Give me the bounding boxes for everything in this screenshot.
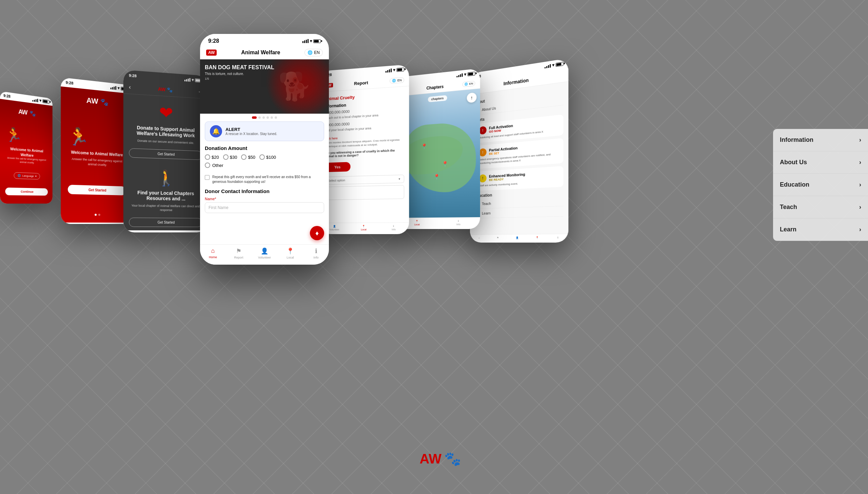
- teach-label: Teach: [482, 202, 491, 206]
- phone-center-left: 9:28 ▾ ‹ AW 🐾 •••: [123, 70, 208, 232]
- splash-run-icon: 🏃: [5, 126, 48, 146]
- info-icon: ℹ: [315, 247, 317, 255]
- report-dropdown[interactable]: Select option ▾: [324, 174, 404, 185]
- phone-center-right: 9:28 ▾ AW Report 🌐 EN: [320, 64, 409, 234]
- main-logo: AW: [206, 50, 217, 56]
- info-screen-title: Information: [504, 77, 529, 86]
- find-local-get-started[interactable]: Get Started: [129, 217, 202, 227]
- chapters-label: chapters: [428, 95, 447, 102]
- nav-menu-information[interactable]: Information ›: [773, 129, 868, 151]
- find-local-title: Find your Local Chapters Resources and .…: [129, 189, 202, 202]
- nav-menu-about-us[interactable]: About Us ›: [773, 151, 868, 174]
- phone-main: 9:28 ▾ AW Animal Welfare 🌐 EN: [200, 34, 329, 265]
- scroll-up-button[interactable]: ↑: [467, 92, 477, 103]
- donate-title: Donate to Support Animal Welfare's Lifes…: [129, 125, 202, 139]
- report-input[interactable]: [324, 185, 404, 200]
- back-arrow[interactable]: ‹: [129, 84, 131, 91]
- amount-20[interactable]: $20: [205, 154, 219, 160]
- signal-far-left: [32, 97, 38, 102]
- get-started-left[interactable]: Get Started: [68, 185, 126, 195]
- info-nav-home[interactable]: ⌂: [470, 236, 488, 239]
- enhanced-dot: !: [479, 174, 487, 183]
- find-local-text: Your local chapter of Animal Welfare can…: [129, 203, 202, 213]
- donation-title: Donation Amount: [205, 145, 324, 151]
- repeat-gift-text: Repeat this gift every month and we'll r…: [212, 175, 324, 184]
- amount-other[interactable]: Other: [205, 163, 324, 168]
- info-nav-info[interactable]: ℹ: [547, 236, 568, 239]
- phone-far-right: 9:28 ▾ ✕ Information About: [470, 58, 568, 243]
- donation-amounts: $20 $30 $50 $100: [205, 154, 324, 160]
- fab-button[interactable]: ♦: [310, 226, 324, 240]
- volunteer-walk-icon: 🚶: [157, 169, 175, 187]
- amount-30[interactable]: $30: [223, 154, 237, 160]
- nav-home[interactable]: ⌂ Home: [200, 247, 226, 259]
- slide-dots-left: [95, 214, 100, 216]
- map-pin-3[interactable]: 📍: [433, 174, 440, 180]
- report-question: Are you witnessing a case of cruelty in …: [324, 148, 404, 158]
- first-name-input[interactable]: First Name: [205, 202, 324, 213]
- wifi-far-left: ▾: [39, 98, 41, 103]
- bottom-nav-main: ⌂ Home ⚑ Report 👤 Volunteer 📍 Local ℹ In…: [200, 244, 329, 265]
- donation-section: Donation Amount $20 $30 $50 $100: [200, 141, 329, 172]
- amount-100[interactable]: $100: [259, 154, 276, 160]
- map-pin-2[interactable]: 📍: [441, 161, 448, 168]
- alert-bell-icon: 🔔: [210, 125, 222, 137]
- phone-right: 9:28 ▾ AW Chapters 🌐 EN: [397, 68, 480, 229]
- info-nav-volunteer[interactable]: 👤: [507, 236, 527, 239]
- map-landmass-south: [405, 121, 476, 193]
- info-content: About 👤 About Us Alerts ! Full Activatio…: [470, 82, 568, 235]
- amount-50[interactable]: $50: [241, 154, 255, 160]
- report-nav-info[interactable]: ℹ Info: [379, 225, 409, 230]
- phone-far-left: 9:28 ▾ AW 🐾 🏃 Welcome to Animal Welfare: [0, 91, 53, 204]
- slide-counter: 1/6: [205, 77, 274, 80]
- map-content: chapters 📍 📍 📍 ↑: [397, 89, 480, 218]
- aw-badge: AW: [206, 50, 217, 56]
- report-title: Report: [354, 80, 368, 86]
- full-activation-dot: !: [479, 126, 487, 134]
- info-nav-report[interactable]: ⚑: [488, 236, 507, 239]
- nav-menu-teach[interactable]: Teach ›: [773, 196, 868, 218]
- continue-button[interactable]: Continue: [5, 187, 48, 195]
- time-main: 9:28: [208, 38, 219, 44]
- language-button[interactable]: 🌐 Language ▾: [14, 172, 40, 180]
- logo-aw-text: AW: [420, 451, 441, 467]
- map-nav-info[interactable]: ℹ Info: [437, 220, 480, 226]
- lang-selector-report[interactable]: 🌐 EN: [390, 77, 404, 84]
- info-screen: ✕ Information About 👤 About Us Alerts !: [470, 68, 568, 241]
- campaign-text: BAN DOG MEAT FESTIVAL This is torture, n…: [205, 64, 274, 80]
- nav-info[interactable]: ℹ Info: [303, 247, 329, 259]
- campaign-subtitle: This is torture, not culture.: [205, 72, 274, 76]
- lang-selector-map[interactable]: 🌐 EN: [462, 81, 475, 87]
- partial-activation-card: ! Partial Activation BE SET Select emerg…: [474, 138, 564, 169]
- report-content: Animal Cruelty Information 1.800.000.000…: [320, 86, 409, 223]
- nav-volunteer[interactable]: 👤 Volunteer: [252, 247, 277, 259]
- report-nav-local[interactable]: 📍 Local: [349, 225, 378, 231]
- splash-run-icon-left: 🏃: [68, 126, 126, 150]
- repeat-checkbox[interactable]: [205, 175, 210, 180]
- campaign-banner: BAN DOG MEAT FESTIVAL This is torture, n…: [200, 59, 329, 114]
- splash-screen-left: AW 🐾 🏃 Welcome to Animal Welfare Answer …: [61, 87, 132, 223]
- map-visual: chapters 📍 📍 📍 ↑: [397, 89, 480, 218]
- donate-heart-icon: ❤: [159, 103, 173, 123]
- repeat-gift-section: Repeat this gift every month and we'll r…: [205, 175, 324, 184]
- alert-text: A rescue in X location. Stay tuned.: [225, 132, 277, 136]
- map-pin-1[interactable]: 📍: [421, 143, 428, 150]
- bottom-right-logo: AW 🐾: [420, 451, 461, 467]
- splash-screen-far-left: AW 🐾 🏃 Welcome to Animal Welfare Answer …: [0, 99, 53, 204]
- donate-get-started[interactable]: Get Started: [129, 148, 202, 160]
- main-header: AW Animal Welfare 🌐 EN: [200, 46, 329, 59]
- language-selector[interactable]: 🌐 EN: [304, 49, 323, 56]
- contact-title: Donor Contact Information: [205, 188, 324, 194]
- phone-left: 9:28 ▾ AW 🐾 🏃 Welcome to Animal Welfare: [61, 77, 132, 224]
- nav-local[interactable]: 📍 Local: [277, 247, 303, 259]
- nav-menu-learn[interactable]: Learn ›: [773, 218, 868, 241]
- info-nav-local[interactable]: 📍: [527, 236, 547, 239]
- right-nav-menu: Information › About Us › Education › Tea…: [773, 129, 868, 241]
- map-bottom-nav: 📍 Local ℹ Info: [397, 217, 480, 228]
- nav-report[interactable]: ⚑ Report: [226, 247, 252, 259]
- nav-menu-education[interactable]: Education ›: [773, 174, 868, 196]
- aw-logo-left: AW 🐾: [86, 96, 108, 107]
- info-bottom-nav: ⌂ ⚑ 👤 📍 ℹ: [470, 234, 568, 241]
- dark-screen: ‹ AW 🐾 ••• ❤ Donate to Support Animal We…: [123, 80, 208, 230]
- aw-logo-far-left: AW 🐾: [18, 108, 36, 117]
